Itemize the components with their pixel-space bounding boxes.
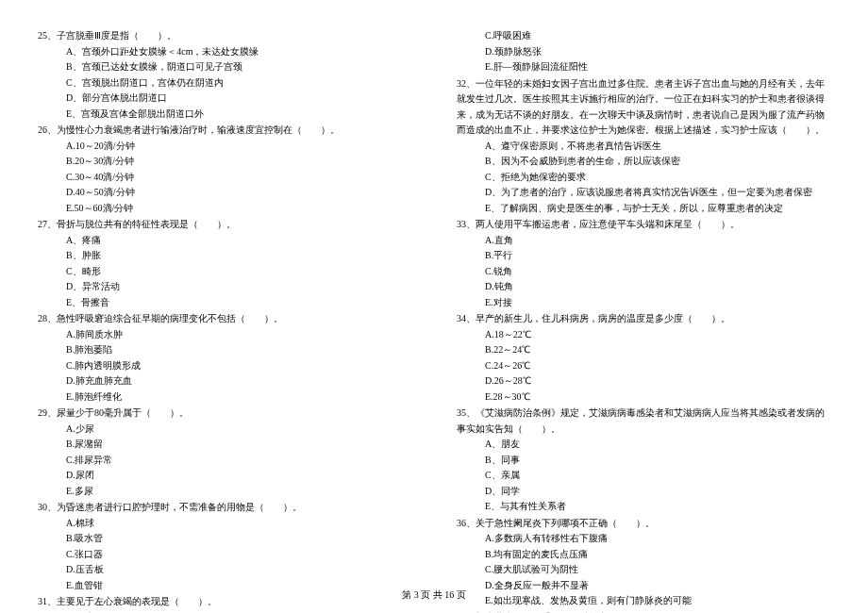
- q32-b: B、因为不会威胁到患者的生命，所以应该保密: [457, 154, 830, 170]
- q32-e: E、了解病因、病史是医生的事，与护士无关，所以，应尊重患者的决定: [457, 201, 830, 217]
- q33-stem: 33、两人使用平车搬运患者，应注意使平车头端和床尾呈（ ）。: [457, 217, 830, 233]
- q36-stem: 36、关于急性阑尾炎下列哪项不正确（ ）。: [457, 516, 830, 532]
- q27-b: B、肿胀: [38, 248, 411, 264]
- q28-b: B.肺泡萎陷: [38, 342, 411, 358]
- q26-stem: 26、为慢性心力衰竭患者进行输液治疗时，输液速度宜控制在（ ）。: [38, 123, 411, 139]
- q31-d: D.颈静脉怒张: [457, 44, 830, 60]
- q35-d: D、同学: [457, 484, 830, 500]
- q26-d: D.40～50滴/分钟: [38, 185, 411, 201]
- q35-stem: 35、《艾滋病防治条例》规定，艾滋病病毒感染者和艾滋病病人应当将其感染或者发病的…: [457, 406, 830, 437]
- q29-d: D.尿闭: [38, 468, 411, 484]
- q28-d: D.肺充血肺充血: [38, 373, 411, 389]
- q27-c: C、畸形: [38, 264, 411, 280]
- q29-stem: 29、尿量少于80毫升属于（ ）。: [38, 406, 411, 422]
- q25-e: E、宫颈及宫体全部脱出阴道口外: [38, 107, 411, 123]
- q26-e: E.50～60滴/分钟: [38, 201, 411, 217]
- question-34: 34、早产的新生儿，住儿科病房，病房的温度是多少度（ ）。 A.18～22℃ B…: [457, 311, 830, 405]
- q34-stem: 34、早产的新生儿，住儿科病房，病房的温度是多少度（ ）。: [457, 311, 830, 327]
- q36-a: A.多数病人有转移性右下腹痛: [457, 531, 830, 547]
- q25-a: A、宫颈外口距处女膜缘＜4cm，未达处女膜缘: [38, 44, 411, 60]
- q26-a: A.10～20滴/分钟: [38, 139, 411, 155]
- q34-b: B.22～24℃: [457, 342, 830, 358]
- page-footer: 第 3 页 共 16 页: [0, 588, 868, 602]
- question-33: 33、两人使用平车搬运患者，应注意使平车头端和床尾呈（ ）。 A.直角 B.平行…: [457, 217, 830, 310]
- question-26: 26、为慢性心力衰竭患者进行输液治疗时，输液速度宜控制在（ ）。 A.10～20…: [38, 123, 411, 216]
- q25-b: B、宫颈已达处女膜缘，阴道口可见子宫颈: [38, 59, 411, 75]
- q30-c: C.张口器: [38, 547, 411, 563]
- q30-d: D.压舌板: [38, 562, 411, 578]
- q29-b: B.尿潴留: [38, 437, 411, 453]
- q31-e: E.肝—颈静脉回流征阳性: [457, 59, 830, 75]
- q25-stem: 25、子宫脱垂Ⅲ度是指（ ）。: [38, 28, 411, 44]
- q35-a: A、朋友: [457, 437, 830, 453]
- page-columns: 25、子宫脱垂Ⅲ度是指（ ）。 A、宫颈外口距处女膜缘＜4cm，未达处女膜缘 B…: [38, 28, 830, 613]
- q33-e: E.对接: [457, 295, 830, 311]
- q32-stem: 32、一位年轻的未婚妇女因子宫出血过多住院。患者主诉子宫出血与她的月经有关，去年…: [457, 76, 830, 139]
- q37-stem: 37、新生儿生理性体重下降的时间应是（ ）。: [457, 610, 830, 614]
- q34-c: C.24～26℃: [457, 358, 830, 374]
- left-column: 25、子宫脱垂Ⅲ度是指（ ）。 A、宫颈外口距处女膜缘＜4cm，未达处女膜缘 B…: [38, 28, 411, 613]
- question-35: 35、《艾滋病防治条例》规定，艾滋病病毒感染者和艾滋病病人应当将其感染或者发病的…: [457, 406, 830, 515]
- question-27: 27、骨折与脱位共有的特征性表现是（ ）。 A、疼痛 B、肿胀 C、畸形 D、异…: [38, 217, 411, 310]
- question-37: 37、新生儿生理性体重下降的时间应是（ ）。 A.1～3天内: [457, 610, 830, 614]
- q29-c: C.排尿异常: [38, 453, 411, 469]
- question-32: 32、一位年轻的未婚妇女因子宫出血过多住院。患者主诉子宫出血与她的月经有关，去年…: [457, 76, 830, 217]
- q29-a: A.少尿: [38, 422, 411, 438]
- q28-e: E.肺泡纤维化: [38, 389, 411, 406]
- q35-c: C、亲属: [457, 468, 830, 484]
- q30-a: A.棉球: [38, 516, 411, 532]
- q34-d: D.26～28℃: [457, 373, 830, 389]
- q35-b: B、同事: [457, 453, 830, 469]
- q30-stem: 30、为昏迷患者进行口腔护理时，不需准备的用物是（ ）。: [38, 500, 411, 516]
- q25-c: C、宫颈脱出阴道口，宫体仍在阴道内: [38, 75, 411, 91]
- q32-c: C、拒绝为她保密的要求: [457, 170, 830, 186]
- q36-c: C.腰大肌试验可为阴性: [457, 562, 830, 578]
- question-29: 29、尿量少于80毫升属于（ ）。 A.少尿 B.尿潴留 C.排尿异常 D.尿闭…: [38, 406, 411, 499]
- q25-d: D、部分宫体脱出阴道口: [38, 91, 411, 107]
- q27-stem: 27、骨折与脱位共有的特征性表现是（ ）。: [38, 217, 411, 233]
- q33-b: B.平行: [457, 248, 830, 264]
- q27-d: D、异常活动: [38, 279, 411, 295]
- q28-stem: 28、急性呼吸窘迫综合征早期的病理变化不包括（ ）。: [38, 311, 411, 327]
- q27-a: A、疼痛: [38, 233, 411, 249]
- q28-a: A.肺间质水肿: [38, 327, 411, 343]
- q32-d: D、为了患者的治疗，应该说服患者将真实情况告诉医生，但一定要为患者保密: [457, 185, 830, 201]
- q36-b: B.均有固定的麦氏点压痛: [457, 547, 830, 563]
- q30-b: B.吸水管: [38, 531, 411, 547]
- right-column: C.呼吸困难 D.颈静脉怒张 E.肝—颈静脉回流征阳性 32、一位年轻的未婚妇女…: [457, 28, 830, 613]
- q26-c: C.30～40滴/分钟: [38, 170, 411, 186]
- question-31-cont: C.呼吸困难 D.颈静脉怒张 E.肝—颈静脉回流征阳性: [457, 28, 830, 75]
- q33-c: C.锐角: [457, 264, 830, 280]
- question-28: 28、急性呼吸窘迫综合征早期的病理变化不包括（ ）。 A.肺间质水肿 B.肺泡萎…: [38, 311, 411, 405]
- question-25: 25、子宫脱垂Ⅲ度是指（ ）。 A、宫颈外口距处女膜缘＜4cm，未达处女膜缘 B…: [38, 28, 411, 122]
- q29-e: E.多尿: [38, 484, 411, 500]
- q33-a: A.直角: [457, 233, 830, 249]
- q32-a: A、遵守保密原则，不将患者真情告诉医生: [457, 139, 830, 155]
- q27-e: E、骨擦音: [38, 295, 411, 311]
- q31-c: C.呼吸困难: [457, 28, 830, 44]
- q28-c: C.肺内透明膜形成: [38, 358, 411, 374]
- q34-a: A.18～22℃: [457, 327, 830, 343]
- q34-e: E.28～30℃: [457, 389, 830, 406]
- q35-e: E、与其有性关系者: [457, 499, 830, 515]
- q33-d: D.钝角: [457, 279, 830, 295]
- question-30: 30、为昏迷患者进行口腔护理时，不需准备的用物是（ ）。 A.棉球 B.吸水管 …: [38, 500, 411, 593]
- q31-a: A.肝大: [38, 610, 411, 614]
- q26-b: B.20～30滴/分钟: [38, 154, 411, 170]
